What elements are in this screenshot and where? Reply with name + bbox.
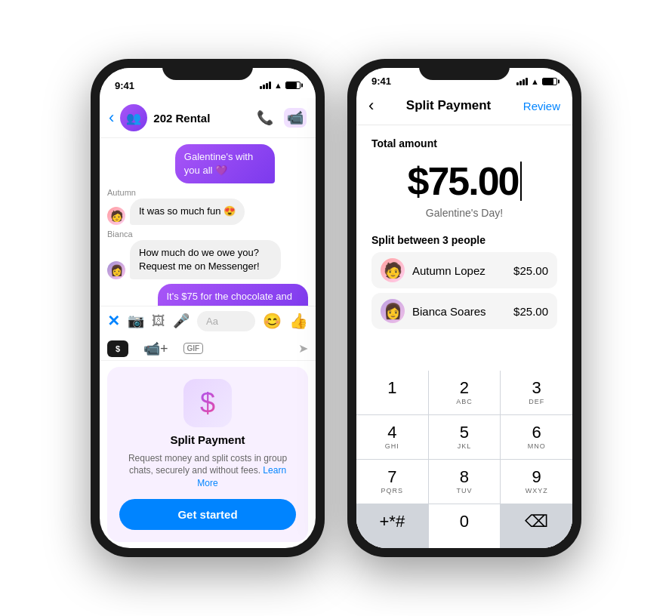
split-label: Split between 3 people	[371, 234, 557, 246]
split-payment-header: ‹ Split Payment Review	[356, 90, 572, 125]
signal-icon	[260, 82, 271, 89]
status-time-right: 9:41	[371, 75, 391, 87]
messenger-header: ‹ 👥 202 Rental 📞 📹	[100, 98, 316, 138]
video-add-icon[interactable]: 📹+	[143, 340, 168, 357]
phone-screen-right: 9:41 ▲ ‹ Split Payment Review	[356, 68, 572, 548]
numpad-key-symsymsym[interactable]: +*#	[356, 504, 428, 548]
sp-title: Split Payment	[406, 98, 491, 113]
sp-back-button[interactable]: ‹	[368, 96, 374, 116]
input-placeholder: Aa	[206, 316, 218, 327]
numpad-key-4[interactable]: 4GHI	[356, 415, 428, 459]
right-phone: 9:41 ▲ ‹ Split Payment Review	[347, 59, 581, 557]
gallery-icon[interactable]: 🖼	[152, 313, 165, 329]
close-icon[interactable]: ✕	[107, 312, 120, 330]
total-amount-label: Total amount	[371, 137, 557, 149]
split-payment-promo: $ Split Payment Request money and split …	[107, 367, 308, 542]
numpad-key-0[interactable]: 0	[429, 504, 501, 548]
chat-area: Galentine's with you all 💜 Autumn 🧑 It w…	[100, 138, 316, 306]
sender-name-bianca: Bianca	[107, 229, 308, 239]
avatar-autumn: 🧑	[107, 207, 125, 225]
message-row-autumn: 🧑 It was so much fun 😍	[107, 199, 308, 224]
numpad-key-6[interactable]: 6MNO	[501, 415, 572, 459]
chat-name: 202 Rental	[153, 112, 251, 125]
wifi-icon-right: ▲	[531, 77, 539, 86]
numpad-key-sym[interactable]: ⌫	[501, 504, 572, 548]
status-icons-right: ▲	[516, 77, 557, 86]
promo-description: Request money and split costs in group c…	[119, 452, 296, 490]
numpad-key-7[interactable]: 7PQRS	[356, 460, 428, 504]
chat-toolbar: ✕ 📷 🖼 🎤 Aa 😊 👍	[100, 306, 316, 336]
numpad-key-1[interactable]: 1	[356, 371, 428, 414]
sender-name-autumn: Autumn	[107, 188, 308, 197]
numpad-key-5[interactable]: 5JKL	[429, 415, 501, 459]
left-phone: 9:41 ▲ ‹ 👥 202 Rental 📞 📹	[91, 59, 325, 557]
total-amount-section: Total amount $75.00 Galentine's Day!	[356, 125, 572, 225]
send-icon[interactable]: ➤	[298, 341, 308, 356]
status-time-left: 9:41	[115, 80, 134, 91]
promo-title: Split Payment	[170, 433, 245, 446]
payments-icon[interactable]: $	[107, 340, 128, 357]
amount-display: $75.00	[371, 159, 557, 204]
signal-icon-right	[516, 78, 528, 85]
numpad-key-2[interactable]: 2ABC	[429, 371, 501, 414]
emoji-icon[interactable]: 😊	[263, 312, 282, 330]
message-outgoing-2: It's $75 for the chocolate and flowers, …	[107, 284, 308, 306]
notch-right	[419, 59, 510, 80]
message-row-bianca: 👩 How much do we owe you? Request me on …	[107, 240, 308, 279]
person-row-bianca: 👩 Bianca Soares $25.00	[371, 293, 557, 329]
numpad-key-9[interactable]: 9WXYZ	[501, 460, 572, 504]
avatar-bianca-sp: 👩	[381, 299, 405, 323]
sub-toolbar: $ 📹+ GIF ➤	[100, 336, 316, 361]
video-call-icon[interactable]: 📹	[284, 108, 307, 128]
person-name-bianca: Bianca Soares	[412, 305, 506, 318]
phone-screen-left: 9:41 ▲ ‹ 👥 202 Rental 📞 📹	[100, 68, 316, 548]
status-icons-left: ▲	[260, 81, 301, 90]
numpad-key-3[interactable]: 3DEF	[501, 371, 572, 414]
promo-icon: $	[183, 379, 232, 427]
incoming-sender-bianca: Bianca 👩 How much do we owe you? Request…	[107, 229, 308, 279]
wifi-icon: ▲	[274, 81, 282, 90]
bubble-text-2: It's $75 for the chocolate and flowers, …	[158, 284, 309, 306]
person-amount-autumn: $25.00	[513, 264, 548, 277]
incoming-sender-autumn: Autumn 🧑 It was so much fun 😍	[107, 188, 308, 224]
back-button[interactable]: ‹	[109, 108, 114, 128]
person-amount-bianca: $25.00	[513, 305, 548, 318]
bubble-text-autumn: It was so much fun 😍	[130, 199, 245, 224]
group-avatar: 👥	[120, 104, 147, 131]
numpad: 12ABC3DEF4GHI5JKL6MNO7PQRS8TUV9WXYZ+*#0⌫	[356, 371, 572, 548]
split-section: Split between 3 people 🧑 Autumn Lopez $2…	[356, 225, 572, 338]
amount-subtitle: Galentine's Day!	[371, 207, 557, 219]
phone-call-icon[interactable]: 📞	[257, 109, 273, 126]
amount-value: $75.00	[407, 159, 518, 204]
bubble-text: Galentine's with you all 💜	[175, 144, 275, 183]
cursor-bar	[520, 162, 522, 201]
split-payment-body: Total amount $75.00 Galentine's Day! Spl…	[356, 125, 572, 548]
thumbs-up-icon[interactable]: 👍	[289, 312, 308, 330]
avatar-autumn-sp: 🧑	[381, 258, 405, 282]
avatar-bianca: 👩	[107, 261, 125, 279]
sp-review-button[interactable]: Review	[523, 100, 560, 112]
battery-icon-right	[542, 78, 557, 85]
message-input[interactable]: Aa	[197, 311, 255, 331]
person-row-autumn: 🧑 Autumn Lopez $25.00	[371, 252, 557, 288]
gif-button[interactable]: GIF	[183, 343, 204, 354]
notch	[162, 59, 253, 80]
header-action-icons: 📞 📹	[257, 108, 307, 128]
numpad-key-8[interactable]: 8TUV	[429, 460, 501, 504]
bubble-text-bianca: How much do we owe you? Request me on Me…	[130, 240, 281, 279]
battery-icon	[285, 82, 301, 89]
message-outgoing-1: Galentine's with you all 💜	[175, 144, 308, 183]
get-started-button[interactable]: Get started	[119, 499, 296, 530]
person-name-autumn: Autumn Lopez	[412, 264, 506, 277]
mic-icon[interactable]: 🎤	[173, 313, 190, 329]
camera-icon[interactable]: 📷	[128, 313, 144, 329]
